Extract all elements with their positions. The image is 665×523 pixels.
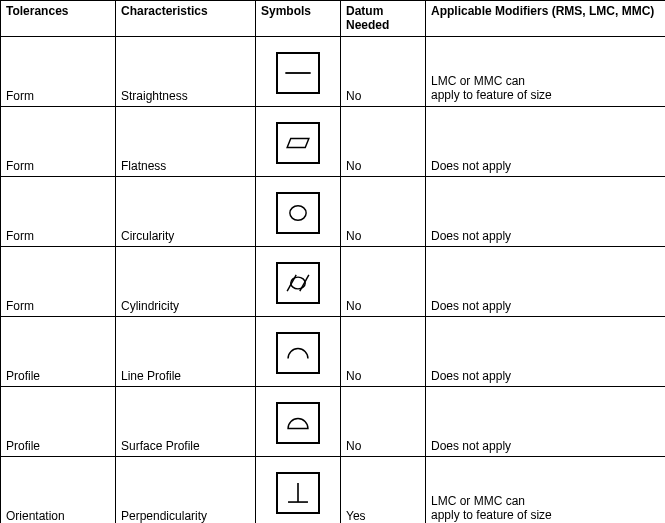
- cell-symbol: [256, 36, 341, 106]
- table-header-row: Tolerances Characteristics Symbols Datum…: [1, 1, 666, 37]
- cell-characteristic: Cylindricity: [116, 246, 256, 316]
- cell-datum: No: [341, 36, 426, 106]
- cell-datum: No: [341, 386, 426, 456]
- surface-profile-icon: [276, 402, 320, 444]
- cell-characteristic: Flatness: [116, 106, 256, 176]
- cell-datum: Yes: [341, 456, 426, 523]
- cell-datum: No: [341, 106, 426, 176]
- cell-modifier: Does not apply: [426, 316, 666, 386]
- header-symbols: Symbols: [256, 1, 341, 37]
- cell-tolerance: Profile: [1, 386, 116, 456]
- cell-modifier: LMC or MMC canapply to feature of size: [426, 36, 666, 106]
- gdt-tolerance-table: Tolerances Characteristics Symbols Datum…: [0, 0, 665, 523]
- cell-symbol: [256, 316, 341, 386]
- cell-symbol: [256, 176, 341, 246]
- cell-characteristic: Line Profile: [116, 316, 256, 386]
- cell-characteristic: Surface Profile: [116, 386, 256, 456]
- svg-point-1: [290, 206, 306, 220]
- cell-symbol: [256, 246, 341, 316]
- cylindricity-icon: [276, 262, 320, 304]
- cell-modifier: Does not apply: [426, 106, 666, 176]
- cell-tolerance: Form: [1, 36, 116, 106]
- cell-characteristic: Circularity: [116, 176, 256, 246]
- cell-modifier: Does not apply: [426, 246, 666, 316]
- cell-tolerance: Form: [1, 106, 116, 176]
- table-row: Form Cylindricity No Does not apply: [1, 246, 666, 316]
- svg-point-2: [291, 277, 305, 289]
- perpendicularity-icon: [276, 472, 320, 514]
- cell-modifier: Does not apply: [426, 386, 666, 456]
- header-characteristics: Characteristics: [116, 1, 256, 37]
- cell-tolerance: Form: [1, 246, 116, 316]
- cell-symbol: [256, 386, 341, 456]
- circularity-icon: [276, 192, 320, 234]
- table-row: Profile Line Profile No Does not apply: [1, 316, 666, 386]
- table-row: Form Straightness No LMC or MMC canapply…: [1, 36, 666, 106]
- cell-datum: No: [341, 246, 426, 316]
- table-row: Orientation Perpendicularity Yes LMC or …: [1, 456, 666, 523]
- cell-characteristic: Straightness: [116, 36, 256, 106]
- cell-characteristic: Perpendicularity: [116, 456, 256, 523]
- table-row: Profile Surface Profile No Does not appl…: [1, 386, 666, 456]
- cell-tolerance: Form: [1, 176, 116, 246]
- cell-datum: No: [341, 176, 426, 246]
- cell-symbol: [256, 106, 341, 176]
- cell-modifier: Does not apply: [426, 176, 666, 246]
- header-tolerances: Tolerances: [1, 1, 116, 37]
- cell-tolerance: Profile: [1, 316, 116, 386]
- straightness-icon: [276, 52, 320, 94]
- cell-tolerance: Orientation: [1, 456, 116, 523]
- table-row: Form Circularity No Does not apply: [1, 176, 666, 246]
- cell-datum: No: [341, 316, 426, 386]
- header-modifiers: Applicable Modifiers (RMS, LMC, MMC): [426, 1, 666, 37]
- header-datum: Datum Needed: [341, 1, 426, 37]
- cell-modifier: LMC or MMC canapply to feature of size: [426, 456, 666, 523]
- table-row: Form Flatness No Does not apply: [1, 106, 666, 176]
- cell-symbol: [256, 456, 341, 523]
- line-profile-icon: [276, 332, 320, 374]
- flatness-icon: [276, 122, 320, 164]
